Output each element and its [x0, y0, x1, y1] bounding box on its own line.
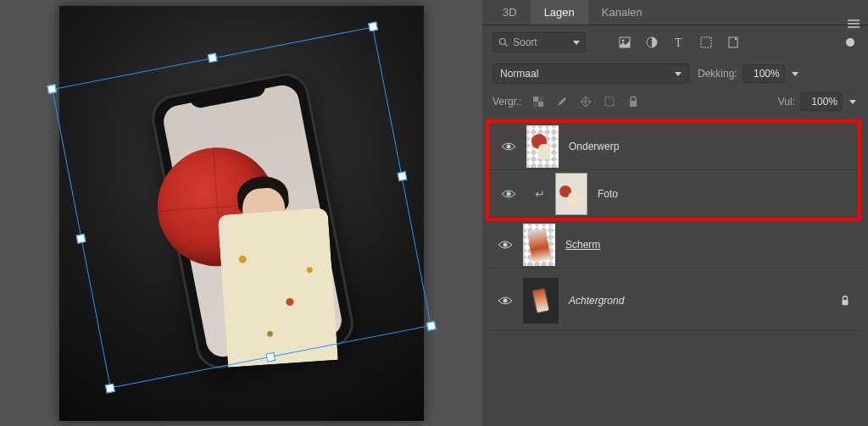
layer-filter-row: Soort T — [482, 25, 868, 59]
thumb-person — [568, 192, 580, 207]
fill-caret[interactable] — [848, 92, 858, 111]
filter-toggle-switch[interactable] — [846, 38, 854, 47]
layer-thumbnail[interactable] — [526, 125, 559, 168]
svg-rect-13 — [630, 101, 637, 107]
svg-point-17 — [504, 298, 508, 302]
hamburger-icon — [848, 23, 860, 25]
chevron-down-icon — [675, 72, 682, 76]
lock-artboard-icon[interactable] — [602, 94, 617, 109]
clipping-indicator-icon: ↵ — [526, 187, 545, 201]
blend-mode-value: Normaal — [500, 68, 538, 80]
transform-handle-br[interactable] — [426, 321, 436, 331]
layer-name[interactable]: Achtergrond — [569, 295, 624, 307]
filter-smartobject-icon[interactable] — [726, 36, 740, 49]
svg-rect-10 — [538, 97, 543, 102]
panel-menu-button[interactable] — [839, 23, 868, 25]
tab-layers[interactable]: Lagen — [531, 0, 588, 25]
visibility-toggle[interactable] — [498, 237, 513, 252]
layer-row-scherm[interactable]: Scherm — [486, 221, 861, 268]
visibility-toggle[interactable] — [498, 293, 513, 308]
filter-shape-icon[interactable] — [699, 36, 713, 49]
transform-handle-tc[interactable] — [207, 53, 217, 63]
svg-rect-6 — [701, 37, 711, 47]
lock-all-icon[interactable] — [626, 94, 641, 109]
svg-text:T: T — [675, 36, 682, 49]
svg-point-14 — [507, 144, 511, 148]
transform-handle-tl[interactable] — [47, 84, 57, 94]
opacity-input[interactable]: 100% — [743, 64, 785, 83]
svg-rect-18 — [843, 300, 849, 305]
lock-label: Vergr.: — [492, 96, 522, 108]
layer-name[interactable]: Foto — [598, 188, 618, 200]
svg-rect-11 — [533, 102, 538, 107]
layer-thumbnail[interactable] — [555, 173, 587, 215]
lock-transparency-icon[interactable] — [531, 94, 546, 109]
blend-row: Normaal Dekking: 100% — [482, 59, 868, 91]
thumb-person — [538, 144, 550, 159]
lock-brush-icon[interactable] — [554, 94, 570, 109]
filter-icons: T — [618, 36, 740, 49]
chevron-down-icon — [849, 100, 856, 104]
annotation-highlight: Onderwerp ↵ Foto — [486, 119, 861, 221]
svg-rect-12 — [605, 97, 614, 106]
fill-group: Vul: 100% — [778, 92, 858, 111]
filter-adjustment-icon[interactable] — [645, 36, 659, 49]
svg-rect-8 — [533, 97, 538, 102]
transform-bounding-box[interactable] — [52, 26, 431, 388]
layers-panel: 3D Lagen Kanalen Soort T Normaal Dekking… — [482, 0, 868, 426]
tab-channels[interactable]: Kanalen — [588, 0, 656, 25]
svg-rect-9 — [538, 102, 543, 107]
filter-type-icon[interactable]: T — [672, 36, 686, 49]
layer-name[interactable]: Onderwerp — [569, 141, 619, 152]
layer-thumbnail[interactable] — [523, 278, 559, 324]
layer-filter-select[interactable]: Soort — [492, 32, 586, 53]
document-canvas[interactable] — [59, 6, 424, 421]
transform-border — [52, 26, 431, 388]
lock-icons — [531, 94, 641, 109]
filter-pixel-icon[interactable] — [618, 36, 632, 49]
chevron-down-icon — [573, 41, 580, 45]
opacity-caret[interactable] — [790, 64, 800, 83]
svg-point-16 — [504, 242, 508, 246]
fill-input[interactable]: 100% — [800, 92, 843, 111]
tab-3d[interactable]: 3D — [489, 0, 531, 25]
fill-label: Vul: — [778, 96, 795, 108]
search-icon — [498, 37, 509, 47]
transform-handle-mr[interactable] — [397, 171, 407, 181]
thumb-screen — [527, 229, 551, 262]
opacity-group: Dekking: 100% — [698, 64, 800, 83]
opacity-label: Dekking: — [698, 68, 737, 80]
transform-handle-bc[interactable] — [265, 351, 275, 362]
transform-handle-tr[interactable] — [368, 21, 378, 31]
lock-row: Vergr.: Vul: 100% — [482, 91, 868, 118]
transform-handle-bl[interactable] — [105, 383, 115, 393]
transform-handle-ml[interactable] — [75, 233, 86, 243]
thumb-phone — [531, 287, 549, 313]
visibility-toggle[interactable] — [501, 139, 516, 154]
layer-name[interactable]: Scherm — [565, 239, 600, 251]
svg-line-1 — [505, 44, 508, 47]
filter-label: Soort — [513, 36, 537, 48]
layer-row-foto[interactable]: ↵ Foto — [489, 170, 858, 218]
svg-point-3 — [622, 40, 625, 42]
lock-position-icon[interactable] — [578, 94, 593, 109]
blend-mode-select[interactable]: Normaal — [492, 64, 689, 84]
layer-lock-icon[interactable] — [837, 293, 853, 308]
layer-thumbnail[interactable] — [523, 224, 555, 266]
layer-row-achtergrond[interactable]: Achtergrond — [486, 270, 861, 331]
svg-point-0 — [500, 39, 506, 45]
canvas-area — [0, 0, 482, 426]
panel-tabs: 3D Lagen Kanalen — [482, 0, 868, 25]
visibility-toggle[interactable] — [501, 186, 516, 202]
layer-row-onderwerp[interactable]: Onderwerp — [489, 123, 858, 170]
svg-point-15 — [507, 191, 511, 196]
chevron-down-icon — [792, 72, 798, 76]
